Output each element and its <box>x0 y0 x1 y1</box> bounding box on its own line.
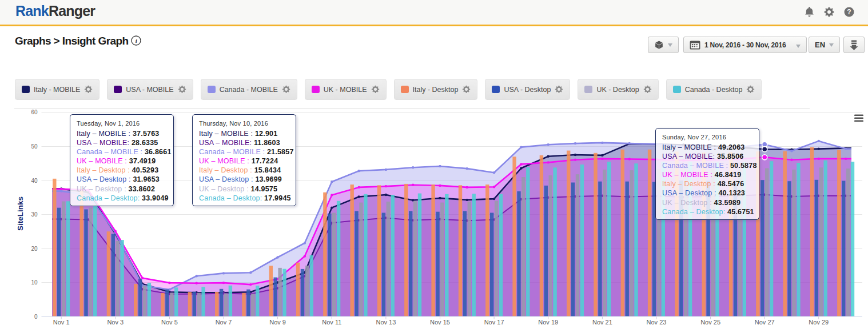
svg-text:Nov 5: Nov 5 <box>161 319 178 326</box>
svg-text:0: 0 <box>34 314 38 320</box>
svg-text:60: 60 <box>31 109 38 115</box>
svg-text:SiteLinks: SiteLinks <box>16 196 25 231</box>
svg-text:Nov 25: Nov 25 <box>700 319 720 326</box>
svg-text:Nov 7: Nov 7 <box>216 319 232 326</box>
svg-text:Nov 19: Nov 19 <box>538 319 558 326</box>
svg-text:Nov 11: Nov 11 <box>322 319 341 326</box>
svg-text:Nov 13: Nov 13 <box>376 319 396 326</box>
svg-text:i: i <box>136 37 138 44</box>
svg-text:Nov 29: Nov 29 <box>809 319 829 326</box>
svg-text:?: ? <box>847 8 851 16</box>
svg-text:Nov 27: Nov 27 <box>755 319 775 326</box>
svg-text:Nov 23: Nov 23 <box>647 319 667 326</box>
svg-text:Nov 15: Nov 15 <box>430 319 450 326</box>
svg-text:Nov 21: Nov 21 <box>592 319 612 326</box>
svg-text:20: 20 <box>31 246 38 252</box>
svg-text:Nov 1: Nov 1 <box>53 319 70 326</box>
svg-text:Nov 3: Nov 3 <box>107 319 124 326</box>
svg-text:30: 30 <box>31 211 38 218</box>
svg-text:50: 50 <box>31 143 38 150</box>
svg-text:40: 40 <box>31 178 38 184</box>
svg-text:Nov 9: Nov 9 <box>269 319 286 326</box>
svg-text:10: 10 <box>31 279 38 286</box>
svg-text:Nov 17: Nov 17 <box>484 319 504 326</box>
